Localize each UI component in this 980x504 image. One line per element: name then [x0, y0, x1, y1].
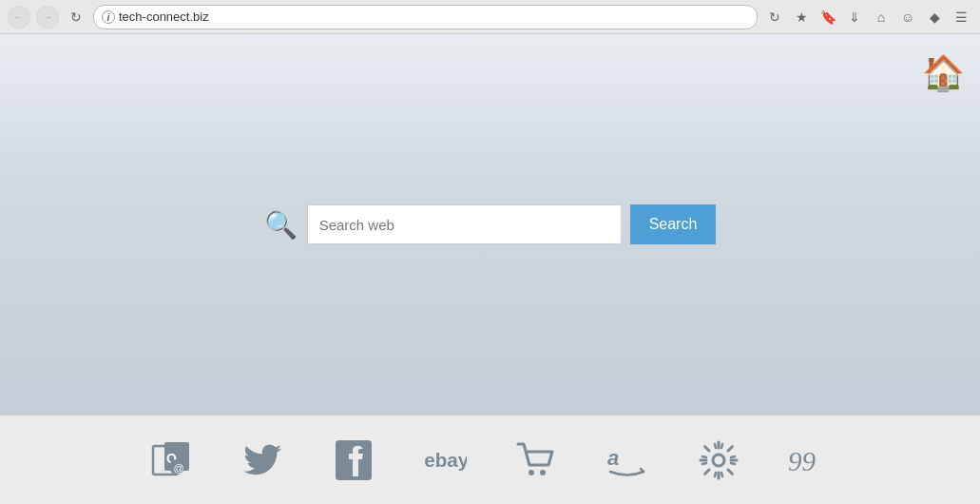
- bookmark-list-icon[interactable]: 🔖: [817, 6, 839, 29]
- bookmark-star-icon[interactable]: ★: [790, 6, 813, 29]
- shortcut-shopping[interactable]: [509, 434, 563, 487]
- svg-text:ebay: ebay: [424, 449, 467, 471]
- svg-point-8: [540, 470, 546, 475]
- search-magnifier-icon: 🔍: [264, 209, 298, 241]
- shortcut-twitter[interactable]: [236, 434, 289, 487]
- page-content: 🏠 🔍 Search: [0, 34, 980, 415]
- ebay-icon: ebay: [423, 438, 467, 482]
- svg-text:@: @: [173, 461, 183, 473]
- svg-text:99: 99: [788, 446, 817, 476]
- shield-icon[interactable]: ◆: [923, 6, 946, 29]
- twitter-icon: [240, 438, 284, 482]
- shortcut-settings[interactable]: [692, 434, 745, 487]
- svg-point-10: [713, 455, 724, 466]
- gg-icon: 99: [788, 438, 832, 482]
- home-nav-icon[interactable]: ⌂: [870, 6, 893, 29]
- amazon-icon: a: [605, 438, 649, 482]
- browser-chrome: ← → ↻ i ↻ ★ 🔖 ⇓ ⌂ ☺ ◆ ☰: [0, 0, 980, 34]
- shortcut-outlook[interactable]: O @: [144, 434, 198, 487]
- search-input[interactable]: [307, 204, 621, 244]
- shortcut-ebay[interactable]: ebay: [418, 434, 471, 487]
- svg-point-7: [528, 470, 534, 475]
- search-button[interactable]: Search: [630, 204, 717, 244]
- gear-icon: [697, 438, 740, 482]
- search-area: 🔍 Search: [264, 204, 717, 244]
- shortcut-gg[interactable]: 99: [783, 434, 836, 487]
- forward-button[interactable]: →: [36, 6, 59, 29]
- svg-text:a: a: [607, 446, 619, 470]
- menu-icon[interactable]: ☰: [950, 6, 972, 29]
- address-bar[interactable]: [119, 10, 749, 24]
- info-icon: i: [102, 10, 115, 24]
- browser-toolbar-icons: ↻ ★ 🔖 ⇓ ⌂ ☺ ◆ ☰: [763, 6, 972, 29]
- shopping-cart-icon: [514, 438, 558, 482]
- address-bar-container: i: [93, 5, 758, 29]
- shortcuts-bar: O @ ebay a: [0, 415, 980, 504]
- download-icon[interactable]: ⇓: [843, 6, 866, 29]
- back-button[interactable]: ←: [8, 6, 30, 29]
- smiley-icon[interactable]: ☺: [896, 6, 919, 29]
- reload-icon-btn[interactable]: ↻: [763, 6, 786, 29]
- reload-button[interactable]: ↻: [65, 6, 87, 29]
- shortcut-facebook[interactable]: [327, 434, 380, 487]
- outlook-icon: O @: [149, 438, 193, 482]
- home-icon[interactable]: 🏠: [922, 53, 965, 93]
- shortcut-amazon[interactable]: a: [601, 434, 654, 487]
- facebook-icon: [332, 438, 375, 482]
